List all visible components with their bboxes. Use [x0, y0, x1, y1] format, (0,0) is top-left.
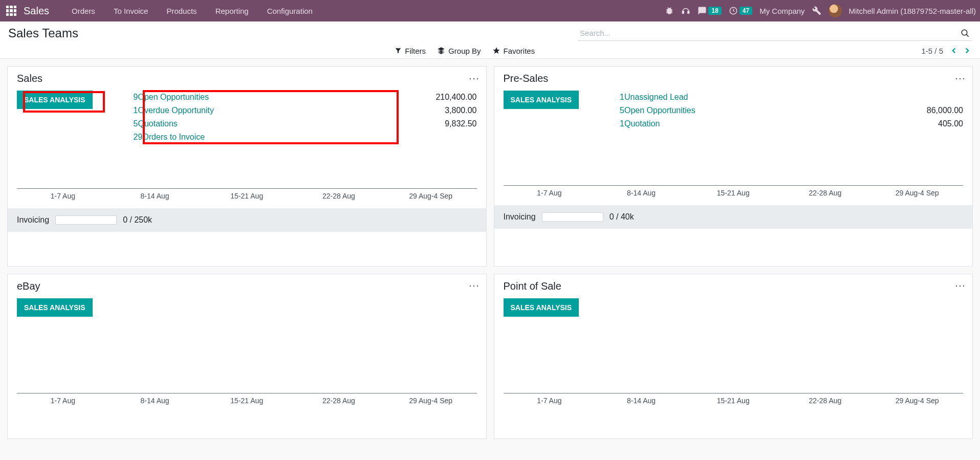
invoicing-label: Invoicing [17, 215, 49, 225]
stat-row: 1Quotation 405.00 [620, 117, 963, 130]
chart-x-label: 22-28 Aug [779, 189, 872, 197]
filters-button[interactable]: Filters [395, 47, 426, 55]
invoicing-label: Invoicing [504, 212, 536, 222]
invoicing-progress [55, 215, 117, 225]
kebab-icon[interactable]: ⋮ [472, 281, 477, 291]
kebab-icon[interactable]: ⋮ [958, 281, 963, 291]
stat-link[interactable]: 1Quotation [620, 117, 938, 130]
kebab-icon[interactable]: ⋮ [958, 74, 963, 84]
search-input[interactable] [578, 26, 972, 41]
chart-x-label: 29 Aug-4 Sep [871, 189, 963, 197]
chart-x-label: 15-21 Aug [201, 192, 293, 200]
team-chart: 1-7 Aug8-14 Aug15-21 Aug22-28 Aug29 Aug-… [494, 357, 973, 405]
sales-analysis-button[interactable]: SALES ANALYSIS [504, 298, 579, 317]
control-panel: Sales Teams Filters Group By Favorites 1 [0, 21, 980, 59]
chart-x-label: 8-14 Aug [595, 397, 687, 405]
top-navbar: Sales Orders To Invoice Products Reporti… [0, 0, 980, 21]
team-card: Sales ⋮ SALES ANALYSIS 9Open Opportuniti… [7, 66, 487, 267]
favorites-label: Favorites [504, 47, 535, 55]
nav-orders[interactable]: Orders [63, 7, 103, 15]
chart-x-label: 8-14 Aug [109, 397, 201, 405]
team-card: eBay ⋮ SALES ANALYSIS 1-7 Aug8-14 Aug15-… [7, 274, 487, 440]
nav-configuration[interactable]: Configuration [259, 7, 321, 15]
nav-reporting[interactable]: Reporting [207, 7, 257, 15]
chart-x-label: 22-28 Aug [779, 397, 872, 405]
team-card: Pre-Sales ⋮ SALES ANALYSIS 1Unassigned L… [494, 66, 973, 267]
kebab-icon[interactable]: ⋮ [472, 74, 477, 84]
filters-label: Filters [405, 47, 426, 55]
nav-to-invoice[interactable]: To Invoice [105, 7, 157, 15]
kanban-view: Sales ⋮ SALES ANALYSIS 9Open Opportuniti… [0, 59, 980, 446]
chart-x-label: 1-7 Aug [17, 192, 109, 200]
team-title[interactable]: Pre-Sales [504, 73, 549, 84]
stat-row: 29Orders to Invoice [134, 130, 477, 144]
pager-prev-icon[interactable] [949, 46, 959, 55]
user-avatar[interactable] [829, 4, 842, 17]
messages-icon[interactable]: 18 [698, 6, 721, 15]
messages-badge: 18 [708, 7, 721, 15]
stat-value: 86,000.00 [927, 104, 963, 117]
stats-list [134, 298, 477, 348]
page-title: Sales Teams [8, 26, 78, 40]
team-chart: 1-7 Aug8-14 Aug15-21 Aug22-28 Aug29 Aug-… [8, 357, 486, 405]
team-chart: 1-7 Aug8-14 Aug15-21 Aug22-28 Aug29 Aug-… [494, 149, 973, 197]
stats-list [620, 298, 963, 348]
chart-x-label: 15-21 Aug [687, 189, 779, 197]
groupby-button[interactable]: Group By [437, 47, 481, 55]
team-title[interactable]: Point of Sale [504, 280, 561, 292]
chart-x-label: 29 Aug-4 Sep [385, 192, 477, 200]
svg-point-3 [962, 30, 967, 35]
stat-link[interactable]: 1Unassigned Lead [620, 91, 963, 104]
stat-row: 1Unassigned Lead [620, 91, 963, 104]
stat-value: 405.00 [938, 117, 963, 130]
chart-x-label: 1-7 Aug [17, 397, 109, 405]
stat-row: 9Open Opportunities 210,400.00 [134, 91, 477, 104]
app-brand[interactable]: Sales [24, 5, 49, 17]
chart-x-label: 1-7 Aug [504, 397, 596, 405]
sales-analysis-button[interactable]: SALES ANALYSIS [17, 298, 93, 317]
chart-x-label: 8-14 Aug [109, 192, 201, 200]
chart-x-label: 29 Aug-4 Sep [871, 397, 963, 405]
chart-x-label: 1-7 Aug [504, 189, 596, 197]
chart-x-label: 15-21 Aug [687, 397, 779, 405]
bug-icon[interactable] [665, 6, 674, 15]
tools-icon[interactable] [812, 6, 821, 15]
favorites-button[interactable]: Favorites [492, 47, 535, 55]
user-menu[interactable]: Mitchell Admin (18879752-master-all) [849, 7, 976, 15]
chart-x-label: 8-14 Aug [595, 189, 687, 197]
chart-x-label: 22-28 Aug [293, 192, 385, 200]
svg-rect-1 [688, 11, 689, 14]
sales-analysis-button[interactable]: SALES ANALYSIS [17, 91, 93, 109]
stat-link[interactable]: 29Orders to Invoice [134, 130, 477, 144]
groupby-label: Group By [448, 47, 481, 55]
team-chart: 1-7 Aug8-14 Aug15-21 Aug22-28 Aug29 Aug-… [8, 152, 486, 200]
apps-icon[interactable] [6, 6, 16, 16]
chart-x-label: 29 Aug-4 Sep [385, 397, 477, 405]
company-switcher[interactable]: My Company [759, 7, 804, 15]
stat-value: 9,832.50 [445, 117, 476, 130]
stat-row: 1Overdue Opportunity 3,800.00 [134, 104, 477, 117]
svg-rect-0 [683, 11, 684, 14]
search-icon[interactable] [961, 29, 970, 38]
chart-x-label: 22-28 Aug [293, 397, 385, 405]
nav-products[interactable]: Products [158, 7, 205, 15]
stat-link[interactable]: 5Open Opportunities [620, 104, 927, 117]
team-title[interactable]: Sales [17, 73, 42, 84]
team-title[interactable]: eBay [17, 280, 40, 292]
stat-value: 3,800.00 [445, 104, 476, 117]
chart-x-label: 15-21 Aug [201, 397, 293, 405]
stats-list: 9Open Opportunities 210,400.00 1Overdue … [134, 91, 477, 144]
activities-icon[interactable]: 47 [729, 6, 752, 15]
pager-next-icon[interactable] [963, 46, 972, 55]
stat-row: 5Open Opportunities 86,000.00 [620, 104, 963, 117]
support-icon[interactable] [681, 6, 690, 15]
stat-row: 5Quotations 9,832.50 [134, 117, 477, 130]
stat-link[interactable]: 9Open Opportunities [134, 91, 436, 104]
team-card: Point of Sale ⋮ SALES ANALYSIS 1-7 Aug8-… [494, 274, 973, 440]
sales-analysis-button[interactable]: SALES ANALYSIS [504, 91, 579, 109]
pager-value[interactable]: 1-5 / 5 [921, 47, 943, 55]
stat-link[interactable]: 5Quotations [134, 117, 445, 130]
invoicing-footer: Invoicing 0 / 40k [494, 205, 973, 229]
stat-link[interactable]: 1Overdue Opportunity [134, 104, 445, 117]
stat-value: 210,400.00 [435, 91, 476, 104]
